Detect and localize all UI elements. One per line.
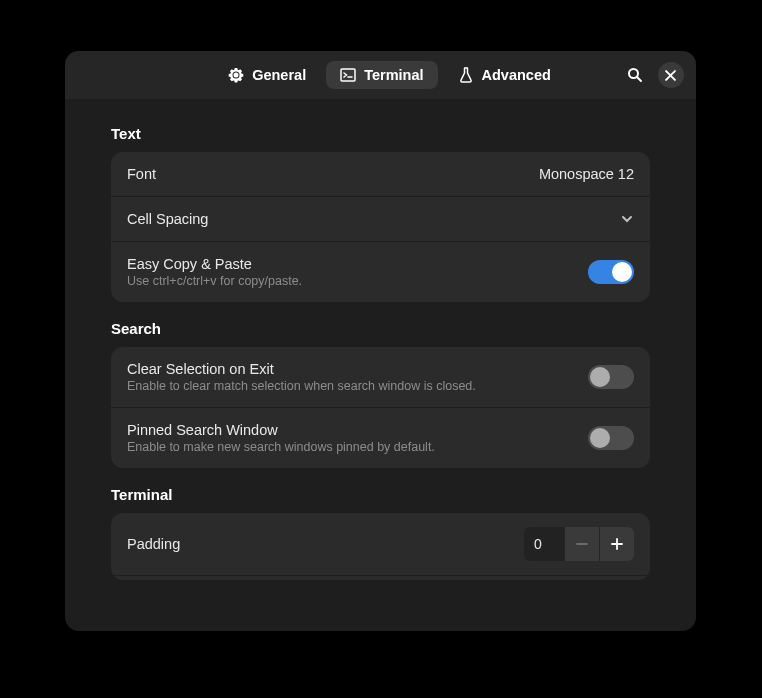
tab-advanced[interactable]: Advanced — [444, 61, 565, 89]
search-button[interactable] — [622, 62, 648, 88]
pinned-search-switch[interactable] — [588, 426, 634, 450]
terminal-group: Padding — [111, 513, 650, 580]
next-row-partial — [111, 576, 650, 580]
row-label: Padding — [127, 536, 180, 552]
preferences-window: General Terminal Advanced — [65, 51, 696, 631]
row-labels: Pinned Search Window Enable to make new … — [127, 422, 435, 454]
flask-icon — [458, 67, 474, 83]
row-label: Cell Spacing — [127, 211, 208, 227]
easy-copy-paste-row: Easy Copy & Paste Use ctrl+c/ctrl+v for … — [111, 242, 650, 302]
tab-label: Terminal — [364, 67, 423, 83]
text-group: Font Monospace 12 Cell Spacing Easy Copy… — [111, 152, 650, 302]
row-sublabel: Enable to make new search windows pinned… — [127, 440, 435, 454]
padding-input[interactable] — [524, 527, 564, 561]
content-area: Text Font Monospace 12 Cell Spacing Easy… — [65, 99, 696, 631]
tab-label: General — [252, 67, 306, 83]
easy-copy-paste-switch[interactable] — [588, 260, 634, 284]
font-value: Monospace 12 — [539, 166, 634, 182]
cell-spacing-row[interactable]: Cell Spacing — [111, 197, 650, 242]
close-icon — [665, 70, 676, 81]
pinned-search-row: Pinned Search Window Enable to make new … — [111, 408, 650, 468]
minus-icon — [575, 537, 589, 551]
close-button[interactable] — [658, 62, 684, 88]
section-title-text: Text — [111, 125, 650, 142]
row-label: Clear Selection on Exit — [127, 361, 476, 377]
search-group: Clear Selection on Exit Enable to clear … — [111, 347, 650, 468]
terminal-icon — [340, 67, 356, 83]
search-icon — [627, 67, 643, 83]
increment-button[interactable] — [599, 527, 634, 561]
clear-selection-row: Clear Selection on Exit Enable to clear … — [111, 347, 650, 408]
decrement-button[interactable] — [564, 527, 599, 561]
font-row[interactable]: Font Monospace 12 — [111, 152, 650, 197]
header-actions — [622, 62, 684, 88]
row-labels: Easy Copy & Paste Use ctrl+c/ctrl+v for … — [127, 256, 302, 288]
tab-general[interactable]: General — [214, 61, 320, 89]
plus-icon — [610, 537, 624, 551]
tab-label: Advanced — [482, 67, 551, 83]
row-label: Easy Copy & Paste — [127, 256, 302, 272]
chevron-down-icon — [620, 212, 634, 226]
row-labels: Clear Selection on Exit Enable to clear … — [127, 361, 476, 393]
row-sublabel: Use ctrl+c/ctrl+v for copy/paste. — [127, 274, 302, 288]
clear-selection-switch[interactable] — [588, 365, 634, 389]
tab-switcher: General Terminal Advanced — [214, 61, 565, 89]
header-bar: General Terminal Advanced — [65, 51, 696, 99]
row-label: Pinned Search Window — [127, 422, 435, 438]
padding-row: Padding — [111, 513, 650, 576]
tab-terminal[interactable]: Terminal — [326, 61, 437, 89]
padding-spinbutton — [524, 527, 634, 561]
section-title-search: Search — [111, 320, 650, 337]
svg-rect-0 — [341, 69, 355, 81]
row-sublabel: Enable to clear match selection when sea… — [127, 379, 476, 393]
section-title-terminal: Terminal — [111, 486, 650, 503]
gear-icon — [228, 67, 244, 83]
row-label: Font — [127, 166, 156, 182]
